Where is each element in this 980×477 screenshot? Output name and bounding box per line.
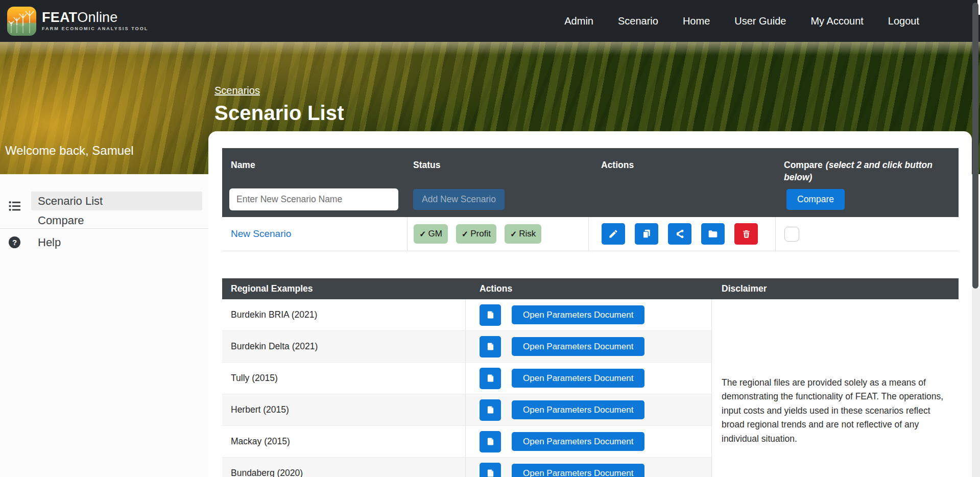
- badge-label: GM: [428, 229, 442, 239]
- open-parameters-document-button[interactable]: Open Parameters Document: [512, 432, 644, 451]
- brand-title: FEATOnline: [42, 11, 148, 25]
- disclaimer-cell: The regional files are provided solely a…: [711, 299, 958, 477]
- regional-name: Burdekin Delta (2021): [222, 331, 466, 362]
- app-window: FEATOnline FARM ECONOMIC ANALYSIS TOOL A…: [0, 0, 980, 477]
- column-header-actions: Actions: [466, 283, 712, 294]
- share-scenario-button[interactable]: [668, 223, 691, 245]
- compare-button[interactable]: Compare: [786, 189, 845, 210]
- regional-name: Herbert (2015): [222, 394, 466, 425]
- share-icon: [675, 229, 685, 239]
- regional-examples-table: Regional Examples Actions Disclaimer Bur…: [222, 278, 959, 477]
- scenario-table-header: Name Status Actions Compare(select 2 and…: [222, 148, 959, 217]
- page-title: Scenario List: [214, 102, 344, 125]
- copy-icon: [641, 229, 652, 239]
- file-icon: [486, 310, 495, 320]
- column-header-actions: Actions: [588, 148, 775, 171]
- copy-regional-button[interactable]: [480, 368, 501, 389]
- sidebar-item-compare[interactable]: Compare: [31, 211, 202, 230]
- brand-subtitle: FARM ECONOMIC ANALYSIS TOOL: [42, 27, 148, 31]
- scenario-row: New Scenario ✓GM ✓Profit ✓Risk: [222, 217, 959, 251]
- main-content-panel: Name Status Actions Compare(select 2 and…: [208, 131, 972, 477]
- regional-name: Mackay (2015): [222, 426, 466, 457]
- compare-header-label: Compare: [784, 160, 823, 170]
- regional-row-tully: Tully (2015) Open Parameters Document: [222, 363, 712, 394]
- column-header-disclaimer: Disclaimer: [712, 283, 959, 294]
- sidebar-item-help[interactable]: Help: [31, 233, 61, 252]
- open-parameters-document-button[interactable]: Open Parameters Document: [512, 305, 644, 324]
- regional-name: Burdekin BRIA (2021): [222, 299, 466, 330]
- nav-item-home[interactable]: Home: [671, 10, 722, 32]
- file-icon: [486, 468, 495, 477]
- top-navbar: FEATOnline FARM ECONOMIC ANALYSIS TOOL A…: [0, 0, 980, 42]
- delete-scenario-button[interactable]: [734, 223, 758, 245]
- pencil-icon: [608, 229, 618, 239]
- nav-item-user-guide[interactable]: User Guide: [722, 10, 798, 32]
- edit-scenario-button[interactable]: [602, 223, 625, 245]
- regional-row-burdekin-bria: Burdekin BRIA (2021) Open Parameters Doc…: [222, 299, 712, 331]
- regional-table-header: Regional Examples Actions Disclaimer: [222, 278, 959, 299]
- trash-icon: [742, 229, 751, 239]
- brand-text: FEATOnline FARM ECONOMIC ANALYSIS TOOL: [42, 11, 148, 31]
- sidebar-item-label: Compare: [38, 214, 84, 227]
- add-new-scenario-button[interactable]: Add New Scenario: [413, 189, 505, 210]
- disclaimer-text: The regional files are provided solely a…: [722, 376, 948, 446]
- sidebar: Scenario List Compare Help: [0, 174, 208, 477]
- copy-regional-button[interactable]: [480, 431, 501, 452]
- feat-logo-icon: [7, 7, 36, 36]
- file-icon: [486, 342, 495, 351]
- nav-item-logout[interactable]: Logout: [876, 10, 931, 32]
- file-icon: [486, 405, 495, 415]
- compare-select-checkbox[interactable]: [784, 227, 799, 242]
- nav-item-my-account[interactable]: My Account: [798, 10, 875, 32]
- check-icon: ✓: [462, 229, 468, 239]
- new-scenario-name-input[interactable]: [229, 188, 398, 210]
- scrollbar-thumb[interactable]: [972, 3, 978, 289]
- scenario-name-link[interactable]: New Scenario: [231, 228, 291, 240]
- file-icon: [486, 437, 495, 446]
- main-nav: Admin Scenario Home User Guide My Accoun…: [552, 10, 931, 32]
- brand-online: Online: [77, 10, 117, 25]
- regional-row-bundaberg: Bundaberg (2020) Open Parameters Documen…: [222, 458, 712, 477]
- status-badge-profit: ✓Profit: [456, 224, 496, 244]
- column-header-regional-examples: Regional Examples: [222, 283, 466, 294]
- badge-label: Profit: [470, 229, 491, 239]
- status-badge-gm: ✓GM: [414, 224, 448, 244]
- open-parameters-document-button[interactable]: Open Parameters Document: [512, 464, 644, 477]
- column-header-compare: Compare(select 2 and click button below): [775, 148, 959, 183]
- file-icon: [486, 373, 495, 383]
- welcome-message: Welcome back, Samuel: [5, 144, 134, 158]
- open-parameters-document-button[interactable]: Open Parameters Document: [512, 400, 644, 419]
- copy-regional-button[interactable]: [480, 336, 501, 357]
- regional-row-burdekin-delta: Burdekin Delta (2021) Open Parameters Do…: [222, 331, 712, 363]
- folder-icon: [708, 229, 718, 239]
- open-parameters-document-button[interactable]: Open Parameters Document: [512, 337, 644, 356]
- brand-logo[interactable]: FEATOnline FARM ECONOMIC ANALYSIS TOOL: [7, 7, 148, 36]
- copy-scenario-button[interactable]: [635, 223, 658, 245]
- scrollbar-track-lower: [972, 289, 980, 477]
- breadcrumb-scenarios-link[interactable]: Scenarios: [214, 85, 260, 97]
- column-header-name: Name: [222, 148, 407, 171]
- regional-name: Tully (2015): [222, 363, 466, 394]
- regional-name: Bundaberg (2020): [222, 458, 466, 477]
- scenario-status-cell: ✓GM ✓Profit ✓Risk: [407, 217, 588, 251]
- open-parameters-document-button[interactable]: Open Parameters Document: [512, 369, 644, 388]
- page-heading: Scenarios Scenario List: [214, 85, 344, 125]
- copy-regional-button[interactable]: [480, 463, 501, 477]
- badge-label: Risk: [519, 229, 536, 239]
- check-icon: ✓: [419, 229, 426, 239]
- scenario-table: Name Status Actions Compare(select 2 and…: [222, 148, 959, 251]
- copy-regional-button[interactable]: [480, 304, 501, 326]
- copy-regional-button[interactable]: [480, 399, 501, 421]
- status-badge-risk: ✓Risk: [505, 224, 541, 244]
- sidebar-divider: [0, 228, 208, 229]
- scrollbar-track: [972, 0, 980, 477]
- nav-item-admin[interactable]: Admin: [552, 10, 606, 32]
- nav-item-scenario[interactable]: Scenario: [606, 10, 671, 32]
- regional-table-body: Burdekin BRIA (2021) Open Parameters Doc…: [222, 299, 959, 477]
- brand-feat: FEAT: [42, 10, 77, 25]
- folder-scenario-button[interactable]: [701, 223, 725, 245]
- sidebar-item-label: Scenario List: [38, 195, 103, 208]
- sidebar-item-scenario-list[interactable]: Scenario List: [31, 192, 202, 210]
- help-icon: [9, 236, 20, 248]
- regional-row-mackay: Mackay (2015) Open Parameters Document: [222, 426, 712, 458]
